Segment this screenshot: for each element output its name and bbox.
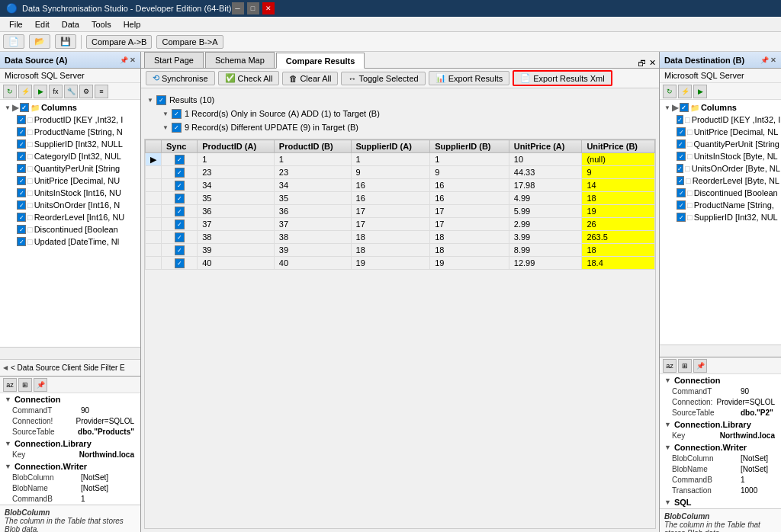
right-tree-item-5[interactable]: ✓ □ ReorderLevel [Byte, NL [661, 175, 779, 187]
left-connect-btn[interactable]: ⚡ [18, 85, 32, 98]
right-tree-item-3[interactable]: ✓ □ UnitsInStock [Byte, NL [661, 150, 779, 162]
client-filter-toggle[interactable]: ◀ < Data Source Client Side Filter E [0, 359, 140, 376]
export-results-button[interactable]: 📊 Export Results [429, 71, 510, 85]
right-props-section-sql[interactable]: ▼ SQL [660, 496, 781, 508]
left-hscrollbar[interactable] [0, 347, 140, 359]
item0-checkbox[interactable]: ✓ [17, 115, 26, 124]
col-header-prodB[interactable]: ProductID (B) [274, 140, 351, 153]
results-root-checkbox[interactable]: ✓ [156, 95, 166, 105]
check-all-button[interactable]: ✅ Check All [218, 71, 280, 85]
row-sync-cell[interactable]: ✓ [162, 153, 198, 166]
row-sync-cell[interactable]: ✓ [162, 166, 198, 179]
left-schema-btn[interactable]: 🔧 [64, 85, 78, 98]
props-grid-btn[interactable]: ⊞ [18, 378, 32, 392]
menu-file[interactable]: File [3, 18, 29, 30]
right-tree-item-1[interactable]: ✓ □ UnitPrice [Decimal, NL [661, 126, 779, 138]
right-props-section-connection[interactable]: ▼ Connection [660, 374, 781, 386]
col-header-suppA[interactable]: SupplierID (A) [351, 140, 430, 153]
row-checkbox[interactable]: ✓ [175, 155, 185, 165]
right-tree-item-0[interactable]: ✓ □ ProductID [KEY ,Int32, I [661, 114, 779, 126]
tab-schema-map[interactable]: Schema Map [205, 52, 275, 68]
toolbar-open[interactable]: 📂 [29, 34, 50, 49]
item7-checkbox[interactable]: ✓ [17, 200, 26, 210]
compare-a-to-b-button[interactable]: Compare A->B [86, 35, 152, 49]
item3-checkbox[interactable]: ✓ [17, 152, 26, 161]
compare-b-to-a-button[interactable]: Compare B->A [156, 35, 223, 49]
root-checkbox[interactable]: ✓ [20, 103, 29, 112]
tree-root-expand[interactable]: ▼ ▶ ✓ 📁 Columns [2, 101, 139, 114]
results-child1-checkbox[interactable]: ✓ [172, 123, 182, 133]
tab-start-page[interactable]: Start Page [144, 52, 204, 68]
toolbar-new[interactable]: 📄 [3, 34, 24, 49]
row-sync-cell[interactable]: ✓ [162, 179, 198, 192]
item10-checkbox[interactable]: ✓ [17, 237, 26, 246]
clear-all-button[interactable]: 🗑 Clear All [282, 72, 338, 85]
left-refresh-btn[interactable]: ↻ [3, 85, 17, 98]
tree-item-0[interactable]: ✓ □ ProductID [KEY ,Int32, I [2, 114, 139, 126]
right-props-section-connlib[interactable]: ▼ Connection.Library [660, 418, 781, 431]
tree-item-8[interactable]: ✓ □ ReorderLevel [Int16, NU [2, 211, 139, 223]
right-item2-checkbox[interactable]: ✓ [677, 139, 686, 149]
menu-tools[interactable]: Tools [85, 18, 117, 30]
item9-checkbox[interactable]: ✓ [17, 225, 26, 234]
right-item5-checkbox[interactable]: ✓ [677, 176, 684, 185]
item5-checkbox[interactable]: ✓ [17, 176, 26, 185]
row-checkbox[interactable]: ✓ [175, 258, 185, 268]
right-tree-item-8[interactable]: ✓ □ SupplierID [Int32, NUL [661, 211, 779, 223]
col-header-sync[interactable]: Sync [162, 140, 198, 153]
left-more-btn[interactable]: ≡ [95, 85, 108, 98]
col-header-suppB[interactable]: SupplierID (B) [430, 140, 509, 153]
right-panel-close[interactable]: ✕ [770, 56, 776, 64]
right-tree-item-6[interactable]: ✓ □ Discontinued [Boolean [661, 187, 779, 199]
right-item3-checkbox[interactable]: ✓ [677, 152, 686, 161]
tree-item-1[interactable]: ✓ □ ProductName [String, N [2, 126, 139, 138]
tree-item-6[interactable]: ✓ □ UnitsInStock [Int16, NU [2, 187, 139, 199]
right-item7-checkbox[interactable]: ✓ [677, 200, 686, 210]
right-tree-item-7[interactable]: ✓ □ ProductName [String, [661, 199, 779, 211]
item4-checkbox[interactable]: ✓ [17, 164, 26, 173]
tabs-close-btn[interactable]: ✕ [649, 58, 656, 68]
props-pin-btn[interactable]: 📌 [34, 378, 47, 392]
restore-button[interactable]: □ [247, 2, 259, 14]
right-root-checkbox[interactable]: ✓ [680, 103, 689, 112]
col-header-unitA[interactable]: UnitPrice (A) [509, 140, 582, 153]
tree-item-5[interactable]: ✓ □ UnitPrice [Decimal, NU [2, 175, 139, 187]
row-sync-cell[interactable]: ✓ [162, 231, 198, 244]
tree-item-3[interactable]: ✓ □ CategoryID [Int32, NUL [2, 150, 139, 162]
left-fx-btn[interactable]: fx [49, 85, 63, 98]
row-sync-cell[interactable]: ✓ [162, 205, 198, 218]
tree-item-2[interactable]: ✓ □ SupplierID [Int32, NULL [2, 138, 139, 150]
row-sync-cell[interactable]: ✓ [162, 244, 198, 257]
left-panel-close[interactable]: ✕ [130, 56, 136, 64]
results-root-row[interactable]: ▼ ✓ Results (10) [147, 93, 653, 107]
tab-compare-results[interactable]: Compare Results [276, 53, 365, 69]
row-sync-cell[interactable]: ✓ [162, 257, 198, 270]
tree-item-10[interactable]: ✓ □ Updated [DateTime, Nl [2, 236, 139, 248]
right-tree[interactable]: ▼ ▶ ✓ 📁 Columns ✓ □ ProductID [KEY ,Int3… [660, 100, 781, 345]
tree-item-9[interactable]: ✓ □ Discontinued [Boolean [2, 223, 139, 236]
props-section-connlib[interactable]: ▼ Connection.Library [0, 437, 140, 450]
right-props-pin-btn[interactable]: 📌 [693, 359, 707, 373]
sync-button[interactable]: ⟲ Synchronise [146, 71, 215, 85]
props-section-connection[interactable]: ▼ Connection [0, 393, 140, 405]
menu-data[interactable]: Data [56, 18, 85, 30]
row-checkbox[interactable]: ✓ [175, 232, 185, 242]
results-child-1[interactable]: ▼ ✓ 9 Record(s) Different UPDATE (9) in … [147, 120, 653, 134]
row-checkbox[interactable]: ✓ [175, 168, 185, 178]
right-tree-root[interactable]: ▼ ▶ ✓ 📁 Columns [661, 101, 779, 114]
menu-edit[interactable]: Edit [29, 18, 56, 30]
item2-checkbox[interactable]: ✓ [17, 139, 26, 149]
minimize-button[interactable]: ─ [232, 2, 244, 14]
toolbar-save[interactable]: 💾 [55, 34, 76, 49]
close-button[interactable]: ✕ [262, 2, 275, 14]
right-tree-item-4[interactable]: ✓ □ UnitsOnOrder [Byte, NL [661, 162, 779, 175]
right-props-section-connwriter[interactable]: ▼ Connection.Writer [660, 441, 781, 453]
right-hscrollbar[interactable] [660, 345, 781, 357]
export-xml-button[interactable]: 📄 Export Results Xml [513, 70, 612, 86]
data-table-wrap[interactable]: Sync ProductID (A) ProductID (B) Supplie… [144, 139, 656, 529]
props-section-connwriter[interactable]: ▼ Connection.Writer [0, 460, 140, 473]
right-props-grid-btn[interactable]: ⊞ [678, 359, 692, 373]
item1-checkbox[interactable]: ✓ [17, 127, 26, 136]
right-refresh-btn[interactable]: ↻ [663, 85, 677, 98]
row-checkbox[interactable]: ✓ [175, 220, 185, 229]
